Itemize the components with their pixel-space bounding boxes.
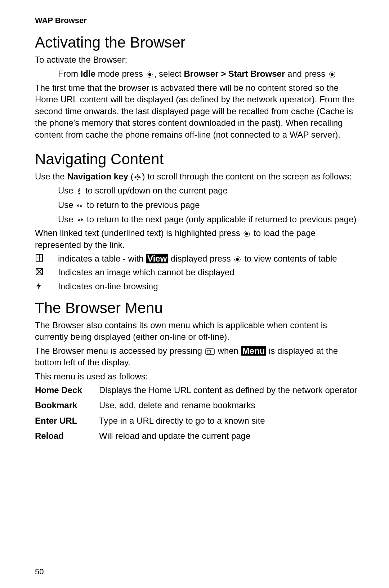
table-row: Home DeckDisplays the Home URL content a… — [35, 384, 357, 400]
heading-activating: Activating the Browser — [35, 34, 361, 51]
txt: displayed press — [168, 254, 233, 263]
menu-item-desc: Type in a URL directly to go to a known … — [99, 415, 357, 430]
select-key-icon — [146, 71, 153, 78]
row-image: Indicates an image which cannot be displ… — [35, 267, 361, 278]
table-icon — [36, 254, 43, 262]
txt: indicates a table - with — [58, 254, 146, 263]
nav-updown-icon — [76, 188, 82, 195]
table-row: Enter URLType in a URL directly to go to… — [35, 415, 357, 430]
table-row: BookmarkUse, add, delete and rename book… — [35, 400, 357, 415]
activate-body: The first time that the browser is activ… — [35, 82, 361, 141]
svg-point-6 — [80, 205, 82, 206]
activate-intro: To activate the Browser: — [35, 54, 361, 66]
table-row: ReloadWill reload and update the current… — [35, 430, 357, 445]
svg-point-4 — [137, 176, 138, 178]
txt: Use — [58, 214, 76, 224]
browser-path: Browser > Start Browser — [184, 69, 285, 79]
txt: ( — [128, 172, 134, 181]
menu-p1: The Browser also contains its own menu w… — [35, 320, 361, 343]
heading-menu: The Browser Menu — [35, 299, 361, 317]
softkey-icon — [205, 348, 215, 355]
nav-b1: Use to scroll up/down on the current pag… — [35, 184, 361, 197]
txt: , select — [154, 69, 184, 79]
svg-point-5 — [79, 191, 80, 192]
txt: and press — [285, 69, 328, 79]
view-label: View — [146, 254, 168, 263]
nav-link-para: When linked text (underlined text) is hi… — [35, 227, 361, 251]
txt: Indicates on-line browsing — [58, 281, 361, 292]
no-image-icon — [36, 268, 43, 275]
menu-item-label: Home Deck — [35, 384, 99, 400]
svg-point-9 — [245, 232, 248, 235]
idle-label: Idle — [81, 69, 95, 79]
txt: Use — [58, 200, 76, 210]
menu-item-desc: Displays the Home URL content as defined… — [99, 384, 357, 400]
txt: to scroll up/down on the current page — [83, 186, 228, 195]
menu-p2: The Browser menu is accessed by pressing… — [35, 345, 361, 369]
menu-item-label: Reload — [35, 430, 99, 445]
select-key-icon — [328, 71, 336, 78]
txt: mode press — [95, 69, 146, 79]
svg-point-14 — [236, 258, 239, 261]
svg-point-7 — [78, 219, 80, 220]
txt: From — [58, 69, 81, 79]
nav-4way-icon — [134, 174, 141, 181]
txt: The Browser menu is accessed by pressing — [35, 346, 205, 356]
txt: When linked text (underlined text) is hi… — [35, 228, 242, 238]
nav-b3: Use to return to the next page (only app… — [35, 213, 361, 226]
page-number: 50 — [35, 567, 44, 576]
nav-left-icon — [76, 203, 84, 208]
txt: when — [215, 346, 241, 356]
menu-table: Home DeckDisplays the Home URL content a… — [35, 384, 357, 446]
txt: to return to the next page (only applica… — [84, 214, 356, 224]
row-online: Indicates on-line browsing — [35, 281, 361, 292]
row-table: indicates a table - with View displayed … — [35, 253, 361, 264]
heading-navigating: Navigating Content — [35, 151, 361, 168]
menu-item-desc: Use, add, delete and rename bookmarks — [99, 400, 357, 415]
txt: to view contents of table — [242, 254, 337, 263]
menu-p3: This menu is used as follows: — [35, 371, 361, 382]
menu-item-desc: Will reload and update the current page — [99, 430, 357, 445]
online-icon — [36, 282, 41, 290]
txt: Use the — [35, 172, 67, 181]
menu-item-label: Bookmark — [35, 400, 99, 415]
activate-step: From Idle mode press , select Browser > … — [35, 68, 361, 80]
menu-label: Menu — [241, 346, 267, 356]
txt: Indicates an image which cannot be displ… — [58, 267, 361, 278]
page: WAP Browser Activating the Browser To ac… — [0, 0, 389, 588]
select-key-icon — [234, 256, 241, 263]
nav-intro: Use the Navigation key () to scroll thro… — [35, 171, 361, 182]
nav-b2: Use to return to the previous page — [35, 199, 361, 211]
svg-point-1 — [148, 73, 151, 76]
svg-point-3 — [331, 73, 334, 76]
txt: Use — [58, 186, 76, 195]
txt: to return to the previous page — [84, 200, 200, 210]
navkey-label: Navigation key — [67, 172, 128, 181]
menu-item-label: Enter URL — [35, 415, 99, 430]
nav-right-icon — [76, 217, 84, 222]
svg-rect-19 — [207, 350, 211, 353]
select-key-icon — [243, 230, 250, 237]
txt: ) to scroll through the content on the s… — [142, 172, 352, 181]
page-header: WAP Browser — [35, 16, 361, 25]
